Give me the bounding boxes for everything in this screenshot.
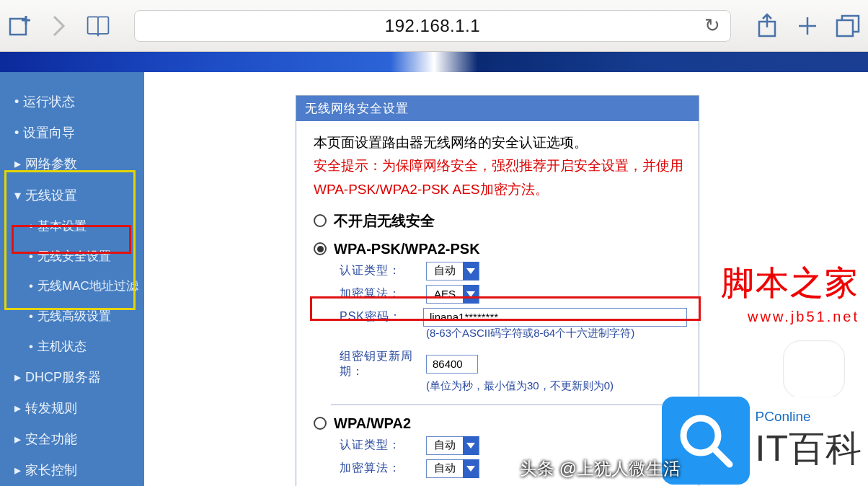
rekey-row: 组密钥更新周期： bbox=[340, 349, 687, 379]
browser-toolbar: 192.168.1.1 ↻ bbox=[0, 0, 868, 52]
url-text: 192.168.1.1 bbox=[385, 16, 480, 36]
sidebar: •运行状态 •设置向导 ▸网络参数 ▾无线设置 •基本设置 •无线安全设置 •无… bbox=[0, 72, 144, 486]
sidebar-item-parental[interactable]: ▸家长控制 bbox=[0, 455, 144, 486]
watermark-pconline: PConline IT百科 bbox=[662, 397, 862, 485]
sidebar-item-advanced[interactable]: •无线高级设置 bbox=[0, 301, 144, 332]
chevron-down-icon bbox=[463, 262, 479, 280]
auth-type-row: 认证类型： 自动 bbox=[340, 262, 687, 280]
radio-icon[interactable] bbox=[314, 417, 327, 430]
attribution-text: 头条 @上犹人微生活 bbox=[520, 457, 681, 480]
divider bbox=[331, 405, 687, 405]
add-to-reading-icon[interactable] bbox=[7, 13, 33, 39]
intro-text: 本页面设置路由器无线网络的安全认证选项。 bbox=[314, 131, 687, 154]
sidebar-item-wireless[interactable]: ▾无线设置 bbox=[0, 180, 144, 211]
chevron-down-icon bbox=[463, 436, 479, 455]
sidebar-item-basic[interactable]: •基本设置 bbox=[0, 211, 144, 242]
sidebar-item-wizard[interactable]: •设置向导 bbox=[0, 118, 144, 149]
chevron-down-icon bbox=[463, 459, 479, 478]
svg-line-13 bbox=[714, 449, 730, 464]
wpa-auth-select[interactable]: 自动 bbox=[426, 436, 479, 455]
option-psk[interactable]: WPA-PSK/WPA2-PSK bbox=[314, 241, 687, 257]
address-bar[interactable]: 192.168.1.1 ↻ bbox=[134, 10, 731, 42]
wpa-auth-row: 认证类型： 自动 bbox=[340, 436, 687, 455]
bookmarks-icon[interactable] bbox=[85, 13, 111, 39]
rekey-hint: (单位为秒，最小值为30，不更新则为0) bbox=[426, 379, 687, 393]
watermark-jb51: 脚本之家 www.jb51.net bbox=[721, 261, 859, 325]
radio-icon[interactable] bbox=[314, 242, 327, 255]
radio-icon[interactable] bbox=[314, 214, 327, 227]
banner-strip bbox=[0, 52, 868, 72]
psk-hint: (8-63个ASCII码字符或8-64个十六进制字符) bbox=[426, 327, 687, 340]
sidebar-item-securityfn[interactable]: ▸安全功能 bbox=[0, 424, 144, 455]
encryption-row: 加密算法： AES bbox=[340, 285, 687, 304]
sidebar-item-network[interactable]: ▸网络参数 bbox=[0, 149, 144, 180]
new-tab-icon[interactable] bbox=[794, 13, 820, 39]
sidebar-item-macfilter[interactable]: •无线MAC地址过滤 bbox=[0, 271, 144, 301]
panel-title: 无线网络安全设置 bbox=[296, 96, 699, 121]
sidebar-item-dhcp[interactable]: ▸DHCP服务器 bbox=[0, 362, 144, 393]
svg-rect-7 bbox=[837, 20, 853, 36]
camera-bump-decor bbox=[783, 340, 845, 398]
tabs-icon[interactable] bbox=[835, 13, 861, 39]
sidebar-item-hoststatus[interactable]: •主机状态 bbox=[0, 332, 144, 362]
svg-marker-8 bbox=[466, 268, 475, 274]
psk-password-input[interactable] bbox=[423, 308, 687, 327]
warning-text: 安全提示：为保障网络安全，强烈推荐开启安全设置，并使用WPA-PSK/WPA2-… bbox=[314, 154, 687, 201]
chevron-down-icon bbox=[463, 285, 479, 304]
sidebar-item-forward[interactable]: ▸转发规则 bbox=[0, 393, 144, 424]
svg-marker-10 bbox=[466, 443, 475, 449]
svg-marker-11 bbox=[466, 466, 475, 472]
wpa-enc-select[interactable]: 自动 bbox=[426, 459, 479, 478]
svg-marker-9 bbox=[466, 291, 475, 297]
option-wpa[interactable]: WPA/WPA2 bbox=[314, 415, 687, 432]
share-icon[interactable] bbox=[754, 13, 780, 39]
encryption-select[interactable]: AES bbox=[426, 285, 479, 304]
forward-icon[interactable] bbox=[46, 13, 72, 39]
auth-type-select[interactable]: 自动 bbox=[426, 262, 479, 280]
settings-card: 无线网络安全设置 本页面设置路由器无线网络的安全认证选项。 安全提示：为保障网络… bbox=[296, 95, 699, 486]
option-none[interactable]: 不开启无线安全 bbox=[314, 211, 687, 231]
reload-icon[interactable]: ↻ bbox=[704, 14, 720, 37]
sidebar-item-security[interactable]: •无线安全设置 bbox=[0, 242, 144, 272]
psk-password-row: PSK密码： bbox=[340, 308, 687, 327]
rekey-input[interactable] bbox=[426, 355, 478, 374]
sidebar-item-status[interactable]: •运行状态 bbox=[0, 87, 144, 118]
